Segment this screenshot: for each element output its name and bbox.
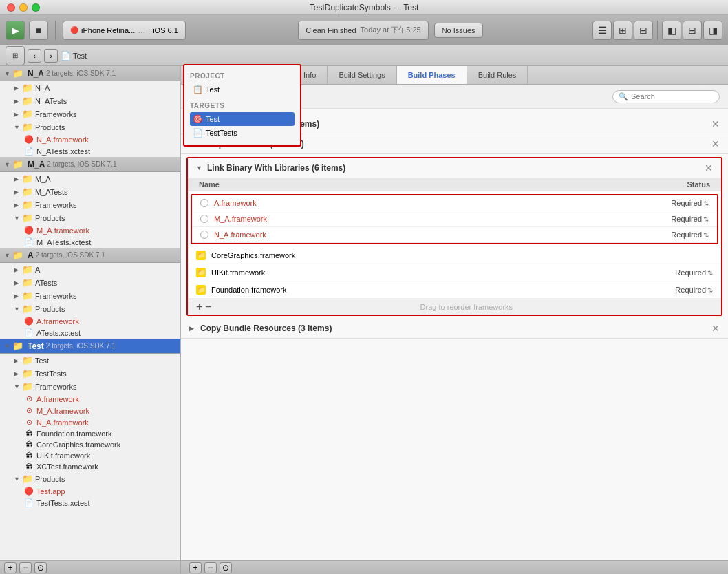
stepper-icon[interactable]: ⇅	[707, 269, 713, 277]
sidebar-item-test-folder[interactable]: ▶ 📁 Test	[0, 354, 180, 367]
radio-icon	[200, 231, 208, 239]
link-row-uikit[interactable]: 📁 UIKit.framework Required ⇅	[188, 264, 721, 281]
navigator-toggle[interactable]: ◧	[662, 21, 681, 40]
chevron-sep: |	[148, 26, 150, 34]
link-row-na-name: N_A.framework	[200, 231, 626, 239]
sidebar-item-test-na-fw[interactable]: ⊙ N_A.framework	[0, 416, 180, 428]
sidebar-item-ma-products[interactable]: ▼ 📁 Products	[0, 211, 180, 224]
sidebar-item-test-a-fw[interactable]: ⊙ A.framework	[0, 393, 180, 405]
sidebar-item-a-folder[interactable]: ▶ 📁 A	[0, 263, 180, 276]
group-test-header[interactable]: ▼ 📁 Test 2 targets, iOS SDK 7.1	[0, 339, 180, 354]
add-library-button[interactable]: +	[196, 301, 202, 312]
options-button[interactable]: ⊙	[34, 562, 47, 573]
content-add-button[interactable]: +	[189, 562, 202, 573]
add-item-button[interactable]: +	[4, 562, 17, 573]
sidebar-item-ma-frameworks[interactable]: ▶ 📁 Frameworks	[0, 198, 180, 211]
editor-version-button[interactable]: ⊟	[634, 21, 653, 40]
a-framework-label: A.framework	[214, 199, 257, 207]
maximize-button[interactable]	[32, 3, 40, 12]
link-row-ma-status: Required ⇅	[626, 215, 709, 223]
sidebar-item-ma-framework[interactable]: 🔴 M_A.framework	[0, 224, 180, 236]
sidebar-item-test-frameworks[interactable]: ▼ 📁 Frameworks	[0, 380, 180, 393]
sidebar-item-test-app[interactable]: 🔴 Test.app	[0, 485, 180, 497]
stepper-icon[interactable]: ⇅	[703, 215, 709, 223]
debug-toggle[interactable]: ⊟	[683, 21, 702, 40]
target-testtests-item[interactable]: 📄 TestTests	[190, 126, 295, 140]
run-button[interactable]: ▶	[6, 21, 25, 40]
project-panel-test-item[interactable]: 📋 Test	[190, 83, 295, 96]
link-row-na-framework[interactable]: N_A.framework Required ⇅	[192, 227, 717, 243]
no-issues-button[interactable]: No Issues	[434, 23, 483, 38]
phase-link-binary-header[interactable]: ▼ Link Binary With Libraries (6 items) ✕	[188, 158, 721, 178]
sidebar-item-test-products[interactable]: ▼ 📁 Products	[0, 472, 180, 485]
link-row-foundation[interactable]: 📁 Foundation.framework Required ⇅	[188, 281, 721, 299]
xctest-icon: 📄	[23, 328, 34, 337]
stop-button[interactable]: ■	[29, 21, 48, 40]
sidebar-item-test-ma-fw[interactable]: ⊙ M_A.framework	[0, 405, 180, 416]
tab-build-rules[interactable]: Build Rules	[467, 66, 528, 84]
stepper-icon[interactable]: ⇅	[703, 231, 709, 239]
sidebar-item-xctest-fw[interactable]: 🏛 XCTest.framework	[0, 461, 180, 472]
sidebar-item-foundation-fw[interactable]: 🏛 Foundation.framework	[0, 428, 180, 439]
content-remove-button[interactable]: −	[204, 562, 217, 573]
forward-button[interactable]: ›	[44, 49, 58, 63]
folder-icon: 📁	[22, 96, 33, 106]
sidebar-item-natests[interactable]: ▶ 📁 N_ATests	[0, 94, 180, 107]
sidebar-item-testtests[interactable]: ▶ 📁 TestTests	[0, 367, 180, 380]
sidebar-item-natests-xctest[interactable]: 📄 N_ATests.xctest	[0, 145, 180, 157]
search-input[interactable]	[631, 92, 714, 100]
folder-icon: 📁	[12, 341, 23, 351]
phase-remove-icon[interactable]: ✕	[705, 162, 713, 173]
sidebar-item-matests[interactable]: ▶ 📁 M_ATests	[0, 185, 180, 198]
phase-remove-icon[interactable]: ✕	[711, 323, 720, 334]
remove-library-button[interactable]: −	[205, 301, 211, 312]
group-ma-header[interactable]: ▼ 📁 M_A 2 targets, iOS SDK 7.1	[0, 157, 180, 172]
link-row-ma-framework[interactable]: M_A.framework Required ⇅	[192, 211, 717, 227]
folder-icon: 📁	[22, 200, 33, 210]
stepper-icon[interactable]: ⇅	[703, 200, 709, 207]
toolbar-separator	[55, 21, 56, 40]
sidebar-item-na-framework[interactable]: 🔴 N_A.framework	[0, 134, 180, 145]
sidebar-item-atests-xctest[interactable]: 📄 ATests.xctest	[0, 327, 180, 339]
content-options-button[interactable]: ⊙	[220, 562, 232, 573]
remove-item-button[interactable]: −	[19, 562, 32, 573]
sidebar-item-na-products[interactable]: ▼ 📁 Products	[0, 120, 180, 134]
sidebar-item-matests-xctest[interactable]: 📄 M_ATests.xctest	[0, 236, 180, 248]
link-table-header: Name Status	[188, 178, 721, 191]
close-button[interactable]	[7, 3, 15, 12]
phase-copy-bundle-header[interactable]: ▶ Copy Bundle Resources (3 items) ✕	[181, 319, 728, 338]
sidebar-item-na-folder[interactable]: ▶ 📁 N_A	[0, 81, 180, 94]
scheme-selector[interactable]: 🔴 iPhone Retina... … | iOS 6.1	[63, 21, 186, 40]
target-testtests-label: TestTests	[206, 129, 237, 137]
link-row-coregraphics[interactable]: 📁 CoreGraphics.framework	[188, 247, 721, 264]
sidebar-item-coregraphics-fw[interactable]: 🏛 CoreGraphics.framework	[0, 439, 180, 450]
group-a-header[interactable]: ▼ 📁 A 2 targets, iOS SDK 7.1	[0, 248, 180, 263]
sidebar-item-uikit-fw[interactable]: 🏛 UIKit.framework	[0, 450, 180, 461]
group-a-sub: 2 targets, iOS SDK 7.1	[36, 251, 105, 259]
sidebar-item-a-products[interactable]: ▼ 📁 Products	[0, 302, 180, 315]
phase-remove-icon[interactable]: ✕	[711, 138, 720, 149]
utilities-toggle[interactable]: ◨	[703, 21, 722, 40]
radio-icon	[200, 215, 208, 223]
back-button[interactable]: ‹	[28, 49, 41, 63]
editor-assistant-button[interactable]: ⊞	[613, 21, 632, 40]
editor-standard-button[interactable]: ☰	[592, 21, 612, 40]
target-test-item[interactable]: 🎯 Test	[190, 112, 295, 126]
stepper-icon[interactable]: ⇅	[707, 286, 713, 294]
minimize-button[interactable]	[19, 3, 28, 12]
sidebar-item-a-frameworks[interactable]: ▶ 📁 Frameworks	[0, 289, 180, 302]
group-na-header[interactable]: ▼ 📁 N_A 2 targets, iOS SDK 7.1	[0, 66, 180, 81]
sidebar-item-testtests-xctest[interactable]: 📄 TestTests.xctest	[0, 497, 180, 509]
search-icon: 🔍	[619, 92, 628, 101]
sidebar-item-na-frameworks[interactable]: ▶ 📁 Frameworks	[0, 107, 180, 120]
sidebar-item-ma-folder[interactable]: ▶ 📁 M_A	[0, 172, 180, 185]
folder-icon: 📁	[22, 355, 33, 365]
tab-build-settings[interactable]: Build Settings	[328, 66, 396, 84]
library-button[interactable]: ⊞	[6, 46, 25, 65]
sidebar-item-atests[interactable]: ▶ 📁 ATests	[0, 276, 180, 289]
sidebar-item-a-framework[interactable]: 🔴 A.framework	[0, 315, 180, 327]
tab-build-phases[interactable]: Build Phases	[397, 66, 467, 84]
link-row-a-framework[interactable]: A.framework Required ⇅	[192, 195, 717, 211]
xctest-icon: 📄	[23, 237, 34, 246]
phase-remove-icon[interactable]: ✕	[711, 118, 720, 129]
